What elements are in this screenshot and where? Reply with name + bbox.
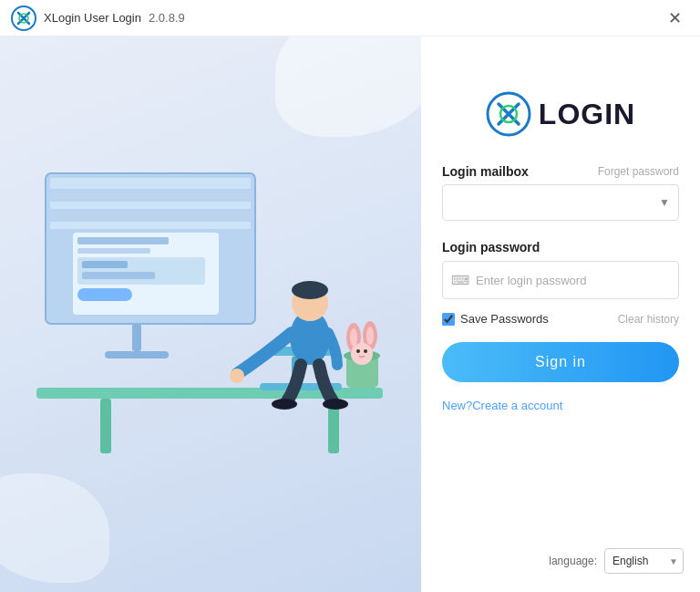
save-passwords-label: Save Passwords [460, 312, 549, 326]
keyboard-icon: ⌨ [451, 273, 469, 287]
svg-rect-7 [50, 222, 251, 229]
forget-password-link[interactable]: Forget password [598, 165, 679, 178]
svg-point-37 [364, 349, 367, 353]
create-account-link[interactable]: New?Create a account [442, 399, 562, 412]
mailbox-label: Login mailbox [442, 164, 529, 179]
svg-rect-13 [82, 272, 155, 279]
password-label: Login password [442, 240, 540, 254]
sign-in-button[interactable]: Sign in [442, 342, 679, 382]
svg-point-33 [350, 328, 357, 347]
logo-text: LOGIN [539, 98, 635, 131]
password-field-wrapper: ⌨ [442, 261, 679, 299]
language-row: language: English Chinese Japanese Korea… [549, 548, 684, 574]
save-left: Save Passwords [442, 312, 549, 326]
svg-rect-3 [50, 178, 251, 189]
save-row: Save Passwords Clear history [442, 312, 679, 326]
logo-area: LOGIN [486, 91, 635, 137]
svg-rect-12 [82, 261, 128, 268]
app-version: 2.0.8.9 [149, 11, 185, 25]
svg-point-35 [351, 343, 373, 365]
right-panel: LOGIN Login mailbox Forget password ▼ Lo… [421, 36, 700, 592]
title-bar: XLogin User Login 2.0.8.9 ✕ [0, 0, 700, 36]
logo-icon [486, 91, 531, 137]
svg-point-34 [366, 327, 374, 345]
left-panel [0, 36, 421, 592]
svg-rect-18 [100, 399, 111, 453]
app-logo-icon [11, 5, 36, 31]
mailbox-select[interactable] [442, 184, 679, 221]
svg-rect-5 [50, 202, 251, 209]
svg-rect-6 [50, 212, 251, 219]
svg-rect-14 [77, 288, 132, 301]
svg-rect-10 [77, 248, 150, 254]
language-select-wrapper: English Chinese Japanese Korean ▼ [604, 548, 684, 574]
mailbox-select-wrapper: ▼ [442, 184, 679, 221]
svg-rect-16 [105, 351, 169, 358]
save-passwords-checkbox[interactable] [442, 313, 455, 326]
svg-point-36 [356, 349, 360, 353]
app-name: XLogin User Login [44, 11, 141, 25]
clear-history-button[interactable]: Clear history [618, 313, 679, 326]
svg-point-25 [292, 281, 328, 299]
svg-point-26 [230, 369, 244, 383]
language-select[interactable]: English Chinese Japanese Korean [604, 548, 684, 574]
svg-rect-4 [50, 192, 251, 199]
password-label-row: Login password [442, 239, 679, 255]
svg-point-27 [272, 399, 297, 410]
mailbox-field-header: Login mailbox Forget password [442, 164, 679, 179]
title-text: XLogin User Login 2.0.8.9 [44, 11, 185, 25]
blob-decoration-1 [275, 36, 421, 137]
language-label: language: [549, 555, 597, 567]
svg-point-28 [323, 399, 348, 410]
svg-rect-9 [77, 237, 169, 244]
password-input[interactable] [442, 261, 679, 299]
svg-rect-15 [132, 324, 141, 351]
close-button[interactable]: ✕ [661, 6, 689, 30]
login-form: Login mailbox Forget password ▼ Login pa… [442, 164, 679, 413]
hero-illustration [18, 146, 401, 493]
